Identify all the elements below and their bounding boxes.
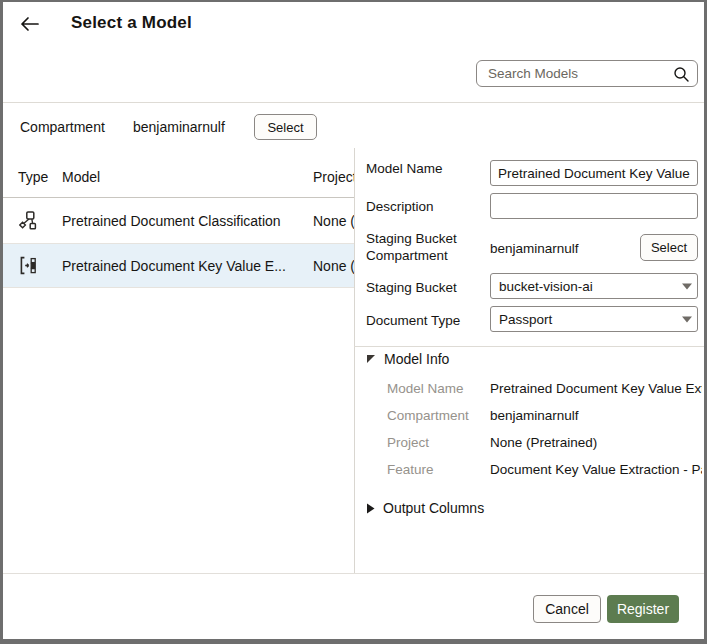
info-model-name-value: Pretrained Document Key Value Ext bbox=[490, 381, 702, 396]
description-input[interactable] bbox=[490, 193, 698, 219]
staging-bucket-dropdown[interactable]: bucket-vision-ai bbox=[490, 273, 698, 299]
chevron-down-icon bbox=[677, 316, 697, 323]
model-name-input[interactable] bbox=[490, 160, 698, 186]
project-cell: None (Pretrained) bbox=[313, 198, 354, 243]
info-model-name-label: Model Name bbox=[387, 381, 464, 396]
model-cell: Pretrained Document Key Value E... bbox=[62, 244, 286, 287]
info-feature-value: Document Key Value Extraction - Pa bbox=[490, 462, 702, 477]
info-compartment-value: benjaminarnulf bbox=[490, 408, 702, 423]
column-header-model[interactable]: Model bbox=[62, 169, 100, 185]
cancel-button[interactable]: Cancel bbox=[533, 595, 601, 623]
collapse-collapsed-icon bbox=[366, 503, 375, 514]
info-feature-label: Feature bbox=[387, 462, 434, 477]
footer-divider bbox=[0, 573, 707, 574]
staging-bucket-selected-value: bucket-vision-ai bbox=[499, 279, 677, 294]
header-divider bbox=[0, 102, 707, 103]
description-label: Description bbox=[366, 198, 434, 215]
row-divider bbox=[0, 287, 354, 288]
collapse-expanded-icon bbox=[366, 354, 376, 364]
compartment-select-button[interactable]: Select bbox=[254, 114, 317, 140]
column-header-project[interactable]: Project bbox=[313, 169, 354, 185]
model-info-title: Model Info bbox=[384, 351, 449, 367]
document-type-selected-value: Passport bbox=[499, 312, 677, 327]
label-line: Staging Bucket bbox=[366, 231, 457, 246]
document-type-dropdown[interactable]: Passport bbox=[490, 306, 698, 332]
page-title: Select a Model bbox=[71, 13, 192, 33]
compartment-value: benjaminarnulf bbox=[133, 119, 225, 135]
model-info-header[interactable]: Model Info bbox=[366, 351, 449, 367]
staging-bucket-compartment-label: Staging Bucket Compartment bbox=[366, 230, 457, 264]
table-row-document-classification[interactable]: Pretrained Document Classification None … bbox=[0, 198, 354, 243]
staging-bucket-compartment-select-button[interactable]: Select bbox=[640, 234, 698, 261]
column-header-type[interactable]: Type bbox=[18, 169, 48, 185]
model-name-label: Model Name bbox=[366, 160, 443, 177]
key-value-extraction-icon bbox=[19, 244, 37, 287]
output-columns-header[interactable]: Output Columns bbox=[366, 500, 484, 516]
project-cell: None (Pretrained) bbox=[313, 244, 354, 287]
staging-bucket-label: Staging Bucket bbox=[366, 279, 457, 296]
staging-bucket-compartment-value: benjaminarnulf bbox=[490, 241, 579, 256]
section-divider bbox=[354, 346, 705, 347]
chevron-down-icon bbox=[677, 283, 697, 290]
search-icon[interactable] bbox=[669, 66, 693, 82]
info-compartment-label: Compartment bbox=[387, 408, 469, 423]
info-project-label: Project bbox=[387, 435, 429, 450]
register-button[interactable]: Register bbox=[607, 595, 679, 623]
search-input[interactable] bbox=[486, 65, 669, 82]
select-model-dialog: Select a Model Compartment benjaminarnul… bbox=[0, 0, 707, 644]
info-project-value: None (Pretrained) bbox=[490, 435, 702, 450]
model-table: Type Model Project Pretrained Document C… bbox=[0, 148, 354, 573]
panel-divider bbox=[354, 148, 355, 573]
back-button[interactable] bbox=[16, 12, 42, 38]
model-cell: Pretrained Document Classification bbox=[62, 198, 281, 243]
document-type-label: Document Type bbox=[366, 312, 460, 329]
table-row-key-value-extraction[interactable]: Pretrained Document Key Value E... None … bbox=[0, 244, 354, 287]
arrow-left-icon bbox=[20, 16, 39, 35]
document-classification-icon bbox=[19, 198, 37, 243]
label-line: Compartment bbox=[366, 248, 448, 263]
output-columns-title: Output Columns bbox=[383, 500, 484, 516]
compartment-label: Compartment bbox=[20, 119, 105, 135]
search-box bbox=[476, 60, 698, 87]
